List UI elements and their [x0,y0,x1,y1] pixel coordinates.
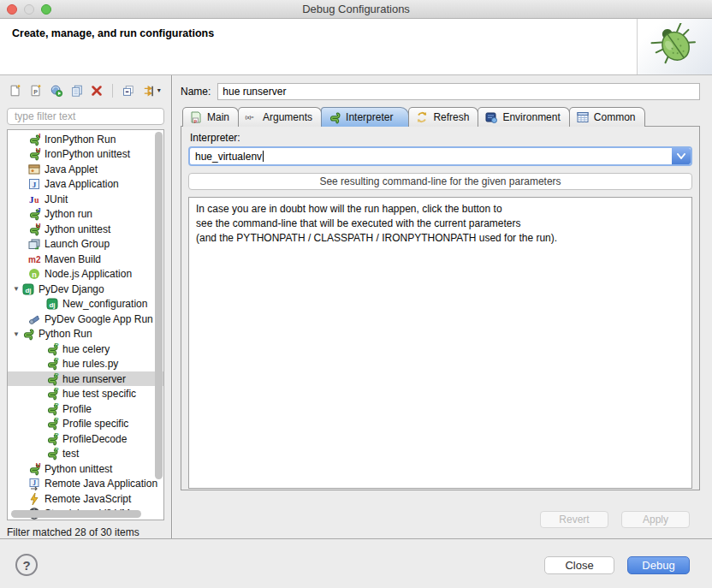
run-info-line: (and the PYTHONPATH / CLASSPATH / IRONPY… [196,231,685,246]
tree-item-ironpython-run[interactable]: IIronPython Run [8,132,163,147]
close-window-icon[interactable] [7,4,17,15]
new-prototype-icon: P [29,84,43,98]
tree-item-profile[interactable]: PProfile [8,401,163,417]
tree-item-pydev-google-app-run[interactable]: PyDev Google App Run [8,312,163,327]
tab-label: Main [207,111,229,123]
tab-main[interactable]: pMain [182,107,239,127]
run-info-line: In case you are in doubt how will the ru… [196,202,685,217]
expander-triangle-icon[interactable]: ▼ [11,330,21,338]
delete-icon [90,84,104,98]
minimize-window-icon [24,4,34,15]
tree-item-label: Jython unittest [44,223,110,235]
interpreter-combo[interactable]: hue_virtualenv [188,146,692,166]
expander-triangle-icon[interactable]: ▼ [11,285,21,293]
tree-item-label: Python unittest [44,463,112,475]
tree-item-pydev-django[interactable]: ▼djPyDev Django [8,282,163,297]
traffic-lights [7,4,51,15]
close-button[interactable]: Close [544,556,614,574]
tree-item-ironpython-unittest[interactable]: UIronPython unittest [8,146,163,162]
debug-button[interactable]: Debug [627,556,690,574]
tab-common[interactable]: Common [569,107,645,127]
help-button[interactable]: ? [15,554,38,576]
tree-item-label: Jython run [44,208,92,220]
title-bar: Debug Configurations [0,0,712,19]
export-configurations-button[interactable] [47,82,65,99]
collapse-all-button[interactable] [119,82,137,99]
tree-item-label: Remote JavaScript [44,493,131,505]
run-info-line: see the command-line that will be execut… [196,217,685,231]
svg-text:n: n [32,270,37,279]
tree-item-java-application[interactable]: JJava Application [8,176,163,192]
svg-text:P: P [54,357,59,364]
filter-input[interactable] [7,108,164,125]
svg-text:I: I [39,133,40,140]
tree-item-jython-run[interactable]: JJython run [8,206,163,222]
django-icon: dj [21,282,35,296]
junit-icon: Ju [27,193,41,206]
tree-item-remote-java-application[interactable]: JRemote Java Application [8,476,163,491]
tree-item-launch-group[interactable]: Launch Group [8,236,163,252]
tree-item-new-configuration[interactable]: djNew_configuration [8,296,163,312]
tab-common-icon [576,110,590,124]
filter-status: Filter matched 28 of 30 items [7,526,164,538]
tree-item-test[interactable]: Ptest [8,446,163,461]
tree-item-jython-unittest[interactable]: UJython unittest [8,222,163,237]
python-icon: P [45,447,59,460]
tree-item-label: hue rules.py [62,358,118,370]
tab-bar: pMain(x)=ArgumentsInterpreterRefreshEnvi… [181,107,700,127]
tree-item-python-run[interactable]: ▼Python Run [8,326,163,342]
svg-text:P: P [54,372,59,379]
tree-item-remote-javascript[interactable]: Remote JavaScript [8,491,163,507]
zoom-window-icon[interactable] [41,4,51,15]
tree-item-label: hue runserver [62,373,126,385]
new-configuration-button[interactable] [7,82,25,99]
tree-item-hue-rules-py[interactable]: Phue rules.py [8,356,163,371]
new-prototype-button[interactable]: P [27,82,45,99]
filter-box [7,108,164,125]
tab-main-icon: p [189,110,203,124]
dialog-footer: ? Close Debug [0,539,712,588]
tab-interpreter[interactable]: Interpreter [321,107,409,127]
tree-item-maven-build[interactable]: m2Maven Build [8,252,163,267]
tree-item-profile-specific[interactable]: PProfile specific [8,416,163,431]
tree-item-hue-test-specific[interactable]: Phue test specific [8,386,163,401]
tree-vertical-scrollbar[interactable] [155,132,163,479]
filter-configurations-button[interactable]: ▾ [139,82,164,99]
launch-group-icon [27,237,41,251]
tree-item-label: test [62,448,79,460]
tree-item-junit[interactable]: JuJUnit [8,192,163,207]
tab-environment[interactable]: Environment [478,107,569,127]
svg-text:dj: dj [49,301,55,309]
name-input[interactable] [217,83,700,100]
tree-item-label: PyDev Django [39,283,104,295]
name-row: Name: [181,83,700,100]
tree-item-label: IronPython unittest [44,148,130,160]
tree-item-profiledecode[interactable]: PProfileDecode [8,431,163,447]
new-config-icon [9,84,22,98]
tree-item-hue-runserver[interactable]: Phue runserver [8,371,163,387]
see-command-line-button[interactable]: See resulting command-line for the given… [188,173,692,190]
svg-text:(x)=: (x)= [246,115,254,120]
tab-arguments[interactable]: (x)=Arguments [238,107,322,127]
tree-item-label: hue test specific [62,388,136,400]
tree-item-label: Java Applet [44,163,98,175]
revert-button[interactable]: Revert [540,511,608,528]
python-icon: U [27,223,41,236]
python-icon: U [27,147,41,161]
svg-text:P: P [54,447,59,454]
delete-configuration-button[interactable] [88,82,106,99]
bug-icon [650,23,700,70]
duplicate-configuration-button[interactable] [68,82,86,99]
apply-button[interactable]: Apply [621,511,690,528]
tree-item-python-unittest[interactable]: UPython unittest [8,461,163,477]
tree-item-label: Maven Build [44,253,101,265]
tree-item-hue-celery[interactable]: Phue celery [8,342,163,357]
interpreter-value: hue_virtualenv [190,151,672,163]
tab-refresh[interactable]: Refresh [408,107,478,127]
tree-horizontal-scrollbar[interactable] [11,510,141,518]
python-icon: P [45,387,59,401]
java-app-icon: J [27,177,41,191]
tree-item-node-js-application[interactable]: nNode.js Application [8,266,163,282]
tree-item-java-applet[interactable]: Java Applet [8,162,163,177]
chevron-down-icon[interactable] [672,148,691,164]
